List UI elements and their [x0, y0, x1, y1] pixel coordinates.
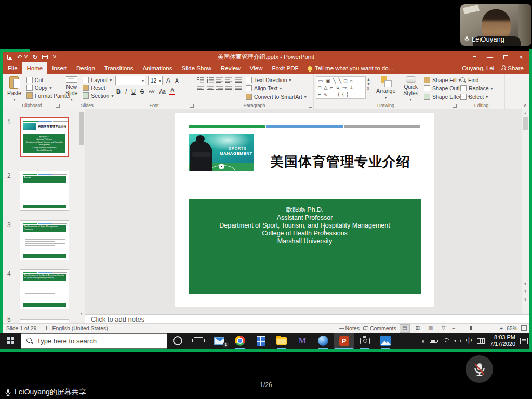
- zoom-slider-thumb[interactable]: [470, 326, 472, 330]
- font-dialog-launcher[interactable]: [190, 104, 194, 108]
- account-name[interactable]: Ouyang, Lei: [462, 65, 494, 71]
- slide-sorter-view-button[interactable]: ⊞: [413, 325, 422, 332]
- strikethrough-button[interactable]: S: [139, 88, 145, 95]
- text-direction-button[interactable]: Text Direction▾: [246, 77, 307, 83]
- credits-text-box[interactable]: 欧阳磊 Ph.D. Assistant Professor Department…: [189, 199, 421, 294]
- powerpoint-taskbar-button[interactable]: P: [334, 332, 354, 349]
- shapes-row-2[interactable]: □ △ ⌐ ↳ ⇒ ⇓: [318, 84, 364, 91]
- shapes-gallery[interactable]: ▭ ▣ ╲ ╲ □ ○ □ △ ⌐ ↳ ⇒ ⇓ ⌐ ∿ ⌒ ( { } ▲▼⊻: [316, 76, 370, 102]
- tell-me-box[interactable]: Tell me what you want to do...: [303, 62, 398, 74]
- chrome-app-button[interactable]: [230, 332, 250, 349]
- thumbnail-scrollbar[interactable]: ▾: [78, 110, 84, 316]
- close-button[interactable]: ×: [513, 51, 529, 62]
- numbering-icon[interactable]: [207, 77, 214, 83]
- slide-thumbnail-4[interactable]: The Creation of the North American Socie…: [20, 269, 69, 309]
- calculator-app-button[interactable]: [250, 332, 271, 349]
- drawing-dialog-launcher[interactable]: [453, 104, 457, 108]
- start-from-beginning-icon[interactable]: [42, 55, 48, 59]
- volume-icon[interactable]: [454, 338, 461, 344]
- mute-button[interactable]: [466, 355, 493, 383]
- taskbar-search-box[interactable]: Type here to search: [21, 333, 167, 349]
- tab-view[interactable]: View: [245, 62, 268, 74]
- align-right-icon[interactable]: [216, 86, 223, 91]
- font-color-button[interactable]: A: [169, 88, 175, 95]
- convert-smartart-button[interactable]: Convert to SmartArt▾: [246, 94, 307, 100]
- decrease-indent-icon[interactable]: [216, 77, 223, 83]
- thumbnail-scroll-down-arrow[interactable]: ▾: [78, 311, 84, 316]
- paste-button[interactable]: Paste ▾: [5, 76, 23, 102]
- restore-button[interactable]: [498, 51, 513, 62]
- shapes-gallery-scroll[interactable]: ▲▼⊻: [367, 76, 370, 91]
- tab-slide-show[interactable]: Slide Show: [177, 62, 217, 74]
- globe-app-button[interactable]: [313, 332, 334, 349]
- section-button[interactable]: Section▾: [83, 92, 113, 99]
- underline-button[interactable]: U: [130, 88, 137, 95]
- tab-design[interactable]: Design: [72, 62, 100, 74]
- thumbnail-scroll-thumb[interactable]: [79, 112, 84, 145]
- comments-toggle[interactable]: Comments: [363, 325, 396, 331]
- columns-icon[interactable]: [235, 86, 242, 91]
- action-center-icon[interactable]: [520, 338, 528, 344]
- touch-keyboard-icon[interactable]: [477, 338, 485, 344]
- new-slide-button[interactable]: New Slide ▾: [63, 76, 79, 102]
- zoom-slider[interactable]: [459, 328, 496, 328]
- mail-app-button[interactable]: 1: [209, 332, 230, 349]
- bold-button[interactable]: B: [115, 88, 122, 95]
- zoom-out-button[interactable]: −: [452, 325, 455, 331]
- tab-file[interactable]: File: [3, 62, 22, 74]
- normal-view-button[interactable]: ▤: [400, 325, 409, 332]
- grow-font-button[interactable]: A: [165, 77, 171, 84]
- camera-app-button[interactable]: [354, 332, 375, 349]
- shapes-row-3[interactable]: ⌐ ∿ ⌒ ( { }: [318, 91, 364, 98]
- select-button[interactable]: Select▾: [460, 94, 502, 100]
- photos-app-button[interactable]: [375, 332, 396, 349]
- zoom-percentage[interactable]: 65%: [507, 325, 517, 331]
- slide-thumbnail-2[interactable]: Agenda: [20, 171, 69, 211]
- previous-slide-button[interactable]: ⇞: [522, 289, 529, 294]
- redo-icon[interactable]: ↻: [32, 54, 37, 60]
- ime-indicator[interactable]: 中: [466, 336, 472, 345]
- ribbon-display-options-button[interactable]: [467, 51, 482, 62]
- paste-dropdown[interactable]: ▾: [13, 97, 15, 102]
- m-app-button[interactable]: M: [292, 332, 313, 349]
- font-size-box[interactable]: 12▾: [148, 76, 163, 85]
- share-button[interactable]: Share: [500, 65, 524, 71]
- tab-insert[interactable]: Insert: [47, 62, 72, 74]
- canvas-scrollbar[interactable]: ▴ ▾ ⇞ ⇟: [522, 109, 529, 314]
- cortana-button[interactable]: [167, 332, 188, 349]
- minimize-button[interactable]: —: [482, 51, 498, 62]
- taskbar-clock[interactable]: 8:03 PM 7/17/2020: [490, 334, 515, 348]
- fit-to-window-button[interactable]: [521, 325, 527, 331]
- justify-icon[interactable]: [225, 86, 232, 91]
- webcam-tile[interactable]: LeiOuyang: [460, 4, 531, 46]
- paragraph-dialog-launcher[interactable]: [309, 104, 312, 108]
- arrange-button[interactable]: Arrange▾: [374, 76, 397, 102]
- customize-qat-icon[interactable]: ˅: [52, 54, 56, 60]
- reset-button[interactable]: Reset: [83, 85, 113, 91]
- replace-button[interactable]: Replace▾: [460, 85, 502, 91]
- find-button[interactable]: Find: [460, 77, 502, 83]
- align-left-icon[interactable]: [197, 86, 204, 91]
- slide-title[interactable]: 美国体育管理专业介绍: [258, 153, 422, 171]
- line-spacing-icon[interactable]: [235, 77, 242, 83]
- canvas-scroll-thumb[interactable]: [523, 117, 528, 130]
- tab-foxit-pdf[interactable]: Foxit PDF: [268, 62, 303, 74]
- language-indicator[interactable]: English (United States): [52, 325, 108, 331]
- align-text-button[interactable]: Align Text▾: [246, 85, 307, 91]
- wifi-icon[interactable]: [442, 338, 449, 343]
- layout-button[interactable]: Layout▾: [83, 77, 113, 83]
- scroll-up-arrow[interactable]: ▴: [522, 111, 529, 115]
- undo-icon[interactable]: ↶ ˅: [17, 54, 28, 60]
- notes-pane[interactable]: Click to add notes: [85, 314, 529, 323]
- quick-styles-button[interactable]: Quick Styles▾: [401, 76, 420, 102]
- clipboard-dialog-launcher[interactable]: [56, 104, 60, 108]
- current-slide[interactable]: —SPORTS— MANAGEMENT 美国体育管理专业介绍 欧阳磊 Ph.D.…: [175, 113, 434, 307]
- slide-thumbnail-3[interactable]: The Formation of Sport Management Progra…: [20, 220, 69, 260]
- slide-thumbnail-1[interactable]: 美国体育管理专业介绍 欧阳磊 Ph.D.Assistant Professor …: [20, 117, 69, 157]
- tab-animations[interactable]: Animations: [138, 62, 177, 74]
- increase-indent-icon[interactable]: [225, 77, 232, 83]
- bullets-icon[interactable]: [197, 77, 204, 83]
- font-name-box[interactable]: ▾: [115, 76, 145, 85]
- task-view-button[interactable]: [188, 332, 209, 349]
- slideshow-view-button[interactable]: ▽: [439, 325, 448, 332]
